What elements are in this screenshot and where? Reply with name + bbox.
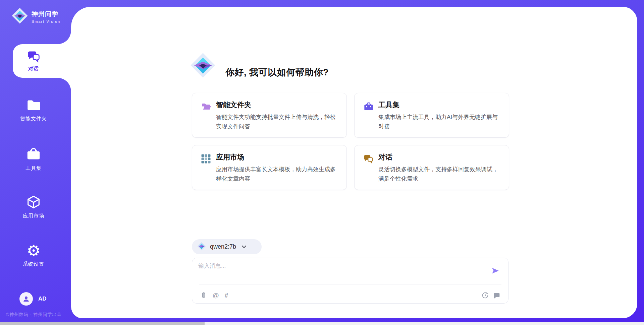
card-desc: 灵活切换多模型文件，支持多样回复效果调试，满足个性化需求	[378, 165, 500, 184]
sidebar-item-label: 工具集	[0, 165, 67, 172]
card-desc: 集成市场上主流工具，助力AI与外界无缝扩展与对接	[378, 113, 500, 131]
history-icon[interactable]	[482, 292, 489, 299]
feedback-icon[interactable]	[493, 292, 500, 299]
user-account[interactable]: AD	[19, 292, 47, 306]
card-desc: 智能文件夹功能支持批量文件上传与清洗，轻松实现文件问答	[216, 113, 338, 131]
card-title: 智能文件夹	[216, 100, 337, 110]
avatar	[19, 292, 33, 306]
brand-subtitle: Smart Vision	[32, 19, 60, 23]
sidebar-item-apps[interactable]: 应用市场	[0, 194, 67, 219]
card-chat[interactable]: 对话 灵活切换多模型文件，支持多样回复效果调试，满足个性化需求	[354, 145, 509, 190]
card-smart-folders[interactable]: 智能文件夹 智能文件夹功能支持批量文件上传与清洗，轻松实现文件问答	[192, 93, 347, 138]
cube-icon	[0, 194, 67, 210]
brand-diamond-icon	[11, 7, 28, 25]
toolbox-icon	[0, 147, 67, 162]
card-app-market[interactable]: 应用市场 应用市场提供丰富长文本模板，助力高效生成多样化文章内容	[192, 145, 347, 190]
sidebar-item-settings[interactable]: ⚙ 系统设置	[0, 243, 67, 267]
attach-icon[interactable]	[200, 291, 207, 299]
sidebar-item-chat[interactable]: 对话	[13, 44, 71, 78]
model-selector[interactable]: qwen2:7b	[192, 239, 262, 254]
sidebar-item-label: 智能文件夹	[0, 116, 67, 122]
card-title: 工具集	[378, 100, 499, 110]
composer-divider	[199, 284, 501, 284]
sidebar-item-tools[interactable]: 工具集	[0, 147, 67, 172]
sidebar-item-label: 应用市场	[0, 213, 67, 219]
active-tab-fillet-top	[58, 31, 71, 44]
folder-open-icon	[201, 102, 212, 114]
card-desc: 应用市场提供丰富长文本模板，助力高效生成多样化文章内容	[216, 165, 338, 184]
sidebar-item-folders[interactable]: 智能文件夹	[0, 97, 67, 122]
main-panel: 你好, 我可以如何帮助你? 智能文件夹 智能文件夹功能支持批量文件上传与清洗，轻…	[71, 7, 637, 318]
brand-name: 神州问学	[32, 10, 60, 18]
model-diamond-icon	[197, 242, 206, 252]
card-toolset[interactable]: 工具集 集成市场上主流工具，助力AI与外界无缝扩展与对接	[354, 93, 509, 138]
card-title: 应用市场	[216, 152, 337, 162]
gear-icon: ⚙	[26, 243, 40, 258]
scrollbar-thumb[interactable]	[0, 322, 205, 325]
composer-tools-left: @ #	[200, 291, 228, 299]
horizontal-scrollbar	[0, 322, 644, 325]
toolbox-icon	[363, 102, 374, 114]
app-grid-icon	[201, 154, 211, 165]
feature-cards: 智能文件夹 智能文件夹功能支持批量文件上传与清洗，轻松实现文件问答 工具集 集成…	[192, 93, 509, 190]
card-title: 对话	[378, 152, 499, 162]
hero-diamond-icon	[190, 52, 216, 80]
chat-bubbles-icon	[363, 154, 373, 165]
model-name: qwen2:7b	[210, 243, 236, 250]
user-initials: AD	[38, 296, 47, 302]
send-icon[interactable]	[491, 267, 499, 275]
active-tab-fillet-bottom	[58, 78, 71, 91]
app-window: 神州问学 Smart Vision 对话 智能文件夹	[0, 0, 644, 325]
chevron-down-icon	[241, 245, 247, 249]
mention-icon[interactable]: @	[213, 292, 219, 299]
message-input[interactable]	[198, 262, 480, 281]
sidebar-item-label: 对话	[13, 66, 54, 72]
sidebar-item-label: 系统设置	[0, 261, 67, 267]
brand-logo: 神州问学 Smart Vision	[11, 7, 60, 25]
greeting-title: 你好, 我可以如何帮助你?	[225, 66, 329, 78]
message-composer: @ #	[192, 258, 508, 304]
folder-icon	[0, 97, 67, 113]
composer-tools-right	[482, 292, 500, 299]
copyright-text: ©神州数码 · 神州问学出品	[6, 312, 61, 318]
chat-bubbles-icon	[13, 50, 54, 63]
hashtag-icon[interactable]: #	[225, 292, 228, 299]
